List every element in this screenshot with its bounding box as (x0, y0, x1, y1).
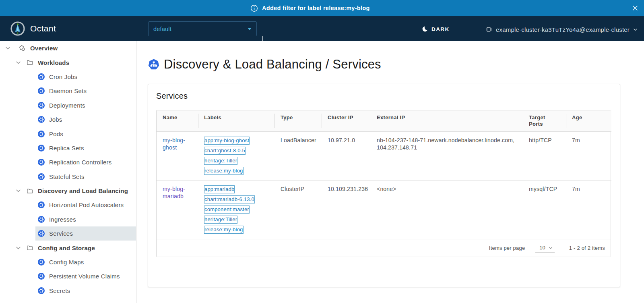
cron-jobs-icon (38, 73, 45, 80)
namespace-select-value: default (153, 26, 248, 32)
column-header-external-ip: External IP (371, 110, 523, 132)
services-icon (148, 59, 159, 70)
sidebar-item-stateful-sets[interactable]: Stateful Sets (0, 170, 136, 184)
label-chip: heritage:Tiller (204, 157, 237, 165)
target-ports-cell: mysql/TCP (523, 181, 566, 239)
sidebar-item-overview[interactable]: Overview (0, 41, 136, 55)
namespace-select[interactable]: default (148, 21, 257, 36)
replica-sets-icon (38, 145, 45, 152)
sidebar-item-label: Config Maps (49, 259, 84, 266)
label-chip: release:my-blog (204, 167, 244, 175)
deployments-icon (38, 102, 45, 109)
folder-icon (27, 59, 33, 66)
service-link[interactable]: my-blog-ghost (163, 137, 185, 151)
sidebar-item-secrets[interactable]: Secrets (0, 284, 136, 298)
page-title: Discovery & Load Balancing / Services (164, 57, 381, 72)
cluster-context-select[interactable]: example-cluster-ka3TuTzYo4a@example-clus… (485, 26, 638, 33)
alert-bar: Added filter for label release:my-blog (0, 0, 644, 16)
column-header-name: Name (157, 110, 198, 132)
moon-icon (422, 26, 428, 32)
cluster-icon (485, 26, 492, 33)
config-maps-icon (38, 259, 45, 266)
label-chip: app:mariadb (204, 185, 235, 193)
sidebar-item-label: Replication Controllers (49, 159, 112, 166)
sidebar-item-daemon-sets[interactable]: Daemon Sets (0, 84, 136, 98)
label-chip: release:my-blog (204, 226, 244, 234)
chevron-down-icon (633, 27, 638, 32)
items-per-page-select[interactable]: 10 (535, 243, 554, 253)
overview-icon (19, 45, 25, 52)
sidebar-item-discovery-and-load-balancing[interactable]: Discovery and Load Balancing (0, 184, 136, 198)
folder-icon (27, 245, 33, 251)
sidebar-item-label: Daemon Sets (49, 87, 87, 94)
chevron-down-icon[interactable] (15, 245, 21, 251)
octant-logo-icon (10, 21, 25, 36)
services-icon (38, 230, 45, 237)
label-chip: chart:mariadb-6.13.0 (204, 195, 255, 203)
sidebar-item-deployments[interactable]: Deployments (0, 98, 136, 112)
chevron-down-icon[interactable] (15, 60, 21, 65)
column-header-age: Age (566, 110, 611, 132)
label-chip: heritage:Tiller (204, 216, 237, 224)
sidebar-item-label: Workloads (38, 59, 69, 66)
age-cell: 7m (566, 132, 611, 181)
table-row: my-blog-mariadbapp:mariadbchart:mariadb-… (157, 181, 611, 239)
label-chip: chart:ghost-8.0.5 (204, 147, 246, 155)
sidebar-item-label: Config and Storage (38, 245, 95, 251)
stateful-sets-icon (38, 173, 45, 180)
card-title: Services (156, 91, 610, 101)
sidebar-item-replication-controllers[interactable]: Replication Controllers (0, 155, 136, 169)
close-icon[interactable] (632, 5, 638, 11)
pagination-range-text: 1 - 2 of 2 items (569, 245, 605, 251)
chevron-down-icon[interactable] (15, 188, 21, 193)
sidebar-item-label: Persistent Volume Claims (49, 273, 120, 280)
sidebar-item-services[interactable]: Services (0, 226, 136, 241)
table-header-row: Name Labels Type Cluster IP External IP … (157, 110, 611, 132)
sidebar-item-cron-jobs[interactable]: Cron Jobs (0, 70, 136, 84)
app-header: Octant default Filter by labels (1 appli… (0, 16, 644, 41)
sidebar-item-label: Horizontal Pod Autoscalers (49, 201, 124, 208)
caret-down-icon (248, 28, 252, 30)
page-header: Discovery & Load Balancing / Services (148, 57, 381, 72)
sidebar-item-persistent-volume-claims[interactable]: Persistent Volume Claims (0, 269, 136, 283)
sidebar-item-label: Ingresses (49, 216, 76, 223)
sidebar-item-label: Cron Jobs (49, 73, 77, 80)
daemon-sets-icon (38, 87, 45, 94)
dark-theme-toggle[interactable]: DARK (422, 26, 450, 32)
sidebar-item-label: Services (49, 230, 73, 237)
age-cell: 7m (566, 181, 611, 239)
folder-icon (27, 188, 33, 194)
table-footer: Items per page 10 1 - 2 of 2 items (157, 239, 611, 257)
sidebar-item-label: Overview (30, 45, 58, 52)
column-header-labels: Labels (198, 110, 275, 132)
table-row: my-blog-ghostapp:my-blog-ghostchart:ghos… (157, 132, 611, 181)
pods-icon (38, 131, 45, 137)
sidebar-item-ingresses[interactable]: Ingresses (0, 212, 136, 226)
service-link[interactable]: my-blog-mariadb (163, 186, 185, 199)
sidebar-item-jobs[interactable]: Jobs (0, 112, 136, 127)
sidebar-item-horizontal-pod-autoscalers[interactable]: Horizontal Pod Autoscalers (0, 198, 136, 212)
column-header-cluster-ip: Cluster IP (322, 110, 371, 132)
sidebar-item-label: Discovery and Load Balancing (38, 187, 128, 194)
services-card: Services Name Labels Type Cluster IP Ext… (148, 84, 620, 287)
sidebar-item-replica-sets[interactable]: Replica Sets (0, 141, 136, 155)
column-header-target-ports: Target Ports (523, 110, 566, 132)
app-title: Octant (30, 24, 56, 33)
persistent-volume-claims-icon (38, 273, 45, 280)
sidebar-item-workloads[interactable]: Workloads (0, 55, 136, 69)
sidebar-item-pods[interactable]: Pods (0, 127, 136, 141)
label-chip: component:master (204, 205, 250, 214)
horizontal-pod-autoscalers-icon (38, 201, 45, 208)
secrets-icon (38, 287, 45, 294)
chevron-down-icon[interactable] (5, 46, 10, 51)
services-table: Name Labels Type Cluster IP External IP … (156, 110, 611, 257)
sidebar-item-config-and-storage[interactable]: Config and Storage (0, 241, 136, 255)
sidebar-item-label: Jobs (49, 116, 62, 123)
sidebar-item-label: Deployments (49, 102, 85, 109)
sidebar-item-config-maps[interactable]: Config Maps (0, 255, 136, 269)
sidebar-item-label: Stateful Sets (49, 173, 85, 180)
sidebar-item-label: Secrets (49, 287, 70, 294)
items-per-page-label: Items per page (489, 245, 525, 251)
cluster-ip-cell: 10.97.21.0 (322, 132, 371, 181)
target-ports-cell: http/TCP (523, 132, 566, 181)
